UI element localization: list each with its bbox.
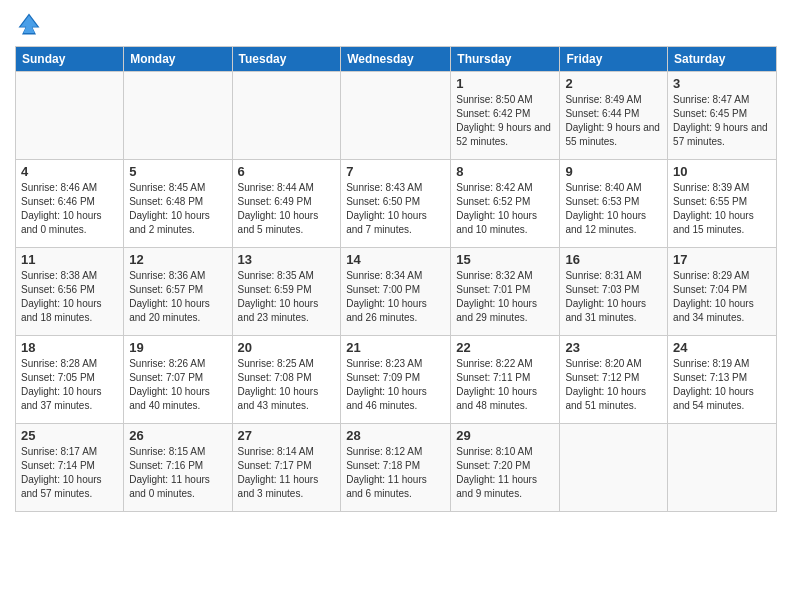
calendar-cell	[124, 72, 232, 160]
day-number: 28	[346, 428, 445, 443]
day-of-week-header: Tuesday	[232, 47, 341, 72]
day-number: 14	[346, 252, 445, 267]
day-of-week-header: Thursday	[451, 47, 560, 72]
day-number: 26	[129, 428, 226, 443]
calendar-cell: 12Sunrise: 8:36 AM Sunset: 6:57 PM Dayli…	[124, 248, 232, 336]
day-number: 16	[565, 252, 662, 267]
calendar-cell: 4Sunrise: 8:46 AM Sunset: 6:46 PM Daylig…	[16, 160, 124, 248]
day-number: 10	[673, 164, 771, 179]
day-info: Sunrise: 8:42 AM Sunset: 6:52 PM Dayligh…	[456, 181, 554, 237]
calendar-cell: 15Sunrise: 8:32 AM Sunset: 7:01 PM Dayli…	[451, 248, 560, 336]
calendar-cell: 24Sunrise: 8:19 AM Sunset: 7:13 PM Dayli…	[668, 336, 777, 424]
day-info: Sunrise: 8:38 AM Sunset: 6:56 PM Dayligh…	[21, 269, 118, 325]
day-number: 12	[129, 252, 226, 267]
day-info: Sunrise: 8:23 AM Sunset: 7:09 PM Dayligh…	[346, 357, 445, 413]
day-number: 7	[346, 164, 445, 179]
day-number: 5	[129, 164, 226, 179]
day-number: 24	[673, 340, 771, 355]
calendar-table: SundayMondayTuesdayWednesdayThursdayFrid…	[15, 46, 777, 512]
day-number: 25	[21, 428, 118, 443]
day-of-week-header: Sunday	[16, 47, 124, 72]
day-info: Sunrise: 8:19 AM Sunset: 7:13 PM Dayligh…	[673, 357, 771, 413]
calendar-cell: 8Sunrise: 8:42 AM Sunset: 6:52 PM Daylig…	[451, 160, 560, 248]
day-number: 27	[238, 428, 336, 443]
calendar-cell	[668, 424, 777, 512]
calendar-cell: 3Sunrise: 8:47 AM Sunset: 6:45 PM Daylig…	[668, 72, 777, 160]
day-number: 18	[21, 340, 118, 355]
logo-icon	[15, 10, 43, 38]
calendar-cell	[341, 72, 451, 160]
calendar-week-row: 18Sunrise: 8:28 AM Sunset: 7:05 PM Dayli…	[16, 336, 777, 424]
calendar-cell: 1Sunrise: 8:50 AM Sunset: 6:42 PM Daylig…	[451, 72, 560, 160]
day-info: Sunrise: 8:47 AM Sunset: 6:45 PM Dayligh…	[673, 93, 771, 149]
day-info: Sunrise: 8:26 AM Sunset: 7:07 PM Dayligh…	[129, 357, 226, 413]
day-number: 8	[456, 164, 554, 179]
calendar-cell: 21Sunrise: 8:23 AM Sunset: 7:09 PM Dayli…	[341, 336, 451, 424]
svg-marker-1	[21, 16, 38, 33]
day-info: Sunrise: 8:35 AM Sunset: 6:59 PM Dayligh…	[238, 269, 336, 325]
day-number: 2	[565, 76, 662, 91]
day-number: 15	[456, 252, 554, 267]
day-number: 13	[238, 252, 336, 267]
calendar-cell: 17Sunrise: 8:29 AM Sunset: 7:04 PM Dayli…	[668, 248, 777, 336]
day-info: Sunrise: 8:44 AM Sunset: 6:49 PM Dayligh…	[238, 181, 336, 237]
calendar-cell: 11Sunrise: 8:38 AM Sunset: 6:56 PM Dayli…	[16, 248, 124, 336]
calendar-cell	[16, 72, 124, 160]
logo	[15, 10, 47, 38]
day-of-week-header: Saturday	[668, 47, 777, 72]
calendar-cell	[560, 424, 668, 512]
day-info: Sunrise: 8:17 AM Sunset: 7:14 PM Dayligh…	[21, 445, 118, 501]
day-info: Sunrise: 8:49 AM Sunset: 6:44 PM Dayligh…	[565, 93, 662, 149]
day-number: 4	[21, 164, 118, 179]
calendar-cell	[232, 72, 341, 160]
day-info: Sunrise: 8:10 AM Sunset: 7:20 PM Dayligh…	[456, 445, 554, 501]
day-number: 11	[21, 252, 118, 267]
day-number: 21	[346, 340, 445, 355]
day-info: Sunrise: 8:25 AM Sunset: 7:08 PM Dayligh…	[238, 357, 336, 413]
day-info: Sunrise: 8:22 AM Sunset: 7:11 PM Dayligh…	[456, 357, 554, 413]
day-number: 23	[565, 340, 662, 355]
calendar-week-row: 11Sunrise: 8:38 AM Sunset: 6:56 PM Dayli…	[16, 248, 777, 336]
day-info: Sunrise: 8:28 AM Sunset: 7:05 PM Dayligh…	[21, 357, 118, 413]
day-info: Sunrise: 8:29 AM Sunset: 7:04 PM Dayligh…	[673, 269, 771, 325]
calendar-cell: 28Sunrise: 8:12 AM Sunset: 7:18 PM Dayli…	[341, 424, 451, 512]
calendar-cell: 2Sunrise: 8:49 AM Sunset: 6:44 PM Daylig…	[560, 72, 668, 160]
calendar-cell: 20Sunrise: 8:25 AM Sunset: 7:08 PM Dayli…	[232, 336, 341, 424]
day-info: Sunrise: 8:20 AM Sunset: 7:12 PM Dayligh…	[565, 357, 662, 413]
day-number: 17	[673, 252, 771, 267]
day-number: 6	[238, 164, 336, 179]
day-of-week-header: Monday	[124, 47, 232, 72]
day-number: 29	[456, 428, 554, 443]
calendar-cell: 25Sunrise: 8:17 AM Sunset: 7:14 PM Dayli…	[16, 424, 124, 512]
day-info: Sunrise: 8:31 AM Sunset: 7:03 PM Dayligh…	[565, 269, 662, 325]
day-info: Sunrise: 8:12 AM Sunset: 7:18 PM Dayligh…	[346, 445, 445, 501]
calendar-cell: 23Sunrise: 8:20 AM Sunset: 7:12 PM Dayli…	[560, 336, 668, 424]
header	[15, 10, 777, 38]
day-info: Sunrise: 8:15 AM Sunset: 7:16 PM Dayligh…	[129, 445, 226, 501]
calendar-cell: 5Sunrise: 8:45 AM Sunset: 6:48 PM Daylig…	[124, 160, 232, 248]
calendar-cell: 29Sunrise: 8:10 AM Sunset: 7:20 PM Dayli…	[451, 424, 560, 512]
day-of-week-header: Wednesday	[341, 47, 451, 72]
calendar-cell: 13Sunrise: 8:35 AM Sunset: 6:59 PM Dayli…	[232, 248, 341, 336]
calendar-week-row: 25Sunrise: 8:17 AM Sunset: 7:14 PM Dayli…	[16, 424, 777, 512]
calendar-cell: 18Sunrise: 8:28 AM Sunset: 7:05 PM Dayli…	[16, 336, 124, 424]
day-info: Sunrise: 8:32 AM Sunset: 7:01 PM Dayligh…	[456, 269, 554, 325]
day-number: 20	[238, 340, 336, 355]
day-info: Sunrise: 8:40 AM Sunset: 6:53 PM Dayligh…	[565, 181, 662, 237]
calendar-cell: 16Sunrise: 8:31 AM Sunset: 7:03 PM Dayli…	[560, 248, 668, 336]
day-number: 22	[456, 340, 554, 355]
calendar-cell: 6Sunrise: 8:44 AM Sunset: 6:49 PM Daylig…	[232, 160, 341, 248]
day-number: 19	[129, 340, 226, 355]
calendar-header-row: SundayMondayTuesdayWednesdayThursdayFrid…	[16, 47, 777, 72]
day-number: 3	[673, 76, 771, 91]
calendar-cell: 14Sunrise: 8:34 AM Sunset: 7:00 PM Dayli…	[341, 248, 451, 336]
calendar-page: SundayMondayTuesdayWednesdayThursdayFrid…	[0, 0, 792, 612]
day-info: Sunrise: 8:46 AM Sunset: 6:46 PM Dayligh…	[21, 181, 118, 237]
day-info: Sunrise: 8:34 AM Sunset: 7:00 PM Dayligh…	[346, 269, 445, 325]
day-number: 1	[456, 76, 554, 91]
calendar-cell: 7Sunrise: 8:43 AM Sunset: 6:50 PM Daylig…	[341, 160, 451, 248]
day-info: Sunrise: 8:14 AM Sunset: 7:17 PM Dayligh…	[238, 445, 336, 501]
day-info: Sunrise: 8:43 AM Sunset: 6:50 PM Dayligh…	[346, 181, 445, 237]
calendar-cell: 22Sunrise: 8:22 AM Sunset: 7:11 PM Dayli…	[451, 336, 560, 424]
day-info: Sunrise: 8:36 AM Sunset: 6:57 PM Dayligh…	[129, 269, 226, 325]
